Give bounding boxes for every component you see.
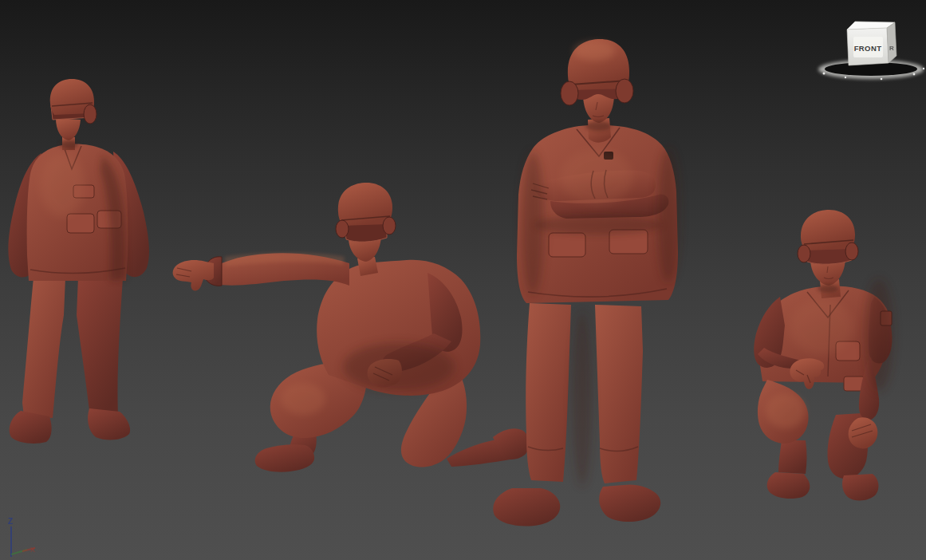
figure-soldier-kneeling-hand-on-knee[interactable]	[754, 210, 893, 501]
figure-soldier-kneeling-pointing[interactable]	[173, 183, 530, 472]
shading-inner-legs	[573, 311, 592, 487]
cube-right-face[interactable]	[887, 22, 896, 63]
left-shin	[778, 440, 807, 474]
cube-right-label: R	[889, 45, 894, 52]
figure-soldier-standing-at-ease[interactable]	[8, 79, 149, 444]
left-boot	[255, 444, 314, 472]
lower-pocket-left	[67, 214, 94, 233]
shading-torso-right	[657, 148, 680, 283]
ear-cup-right	[383, 217, 396, 235]
shading-chest-highlight	[790, 299, 853, 355]
axis-z-label: Z	[8, 517, 13, 526]
cube-front-label: FRONT	[854, 44, 882, 53]
right-boot	[842, 474, 878, 500]
shading-chin	[818, 285, 838, 293]
right-boot	[88, 408, 130, 440]
shading-chin	[59, 140, 78, 148]
right-leg	[595, 305, 643, 483]
shading-torso-lower	[343, 343, 455, 391]
shading-chin	[585, 121, 611, 131]
right-leg	[77, 278, 123, 415]
shading-under-arms	[534, 215, 662, 235]
left-boot	[767, 472, 810, 499]
ear-cup	[84, 105, 97, 124]
ear-cup-left	[336, 220, 349, 238]
left-leg	[526, 303, 571, 482]
axis-x-label: X	[30, 546, 35, 554]
axis-gizmo: Z X	[8, 517, 35, 557]
vest-pocket-left	[549, 233, 585, 257]
face	[56, 118, 81, 140]
shading-knee-highlight	[281, 383, 325, 415]
shading-torso-right	[865, 279, 893, 391]
view-cube[interactable]: FRONT R	[818, 22, 924, 80]
helmet	[801, 210, 855, 250]
shading-chest-highlight	[40, 153, 85, 217]
ear-cup-right	[616, 79, 633, 103]
sculpt-viewport[interactable]: FRONT R Z X	[0, 0, 926, 560]
left-hand-dangling	[790, 358, 824, 389]
ear-cup-right	[845, 243, 858, 260]
left-boot	[10, 411, 52, 444]
right-boot	[599, 484, 660, 522]
ear-cup-left	[561, 81, 578, 105]
scene-canvas[interactable]: FRONT R Z X	[0, 0, 926, 560]
left-boot	[493, 488, 560, 526]
shading-helmet-highlight	[573, 41, 615, 61]
ear-cup-left	[798, 245, 810, 262]
left-leg	[22, 278, 65, 418]
shading-chest-highlight	[561, 149, 632, 205]
shading-knee-highlight	[766, 393, 806, 428]
